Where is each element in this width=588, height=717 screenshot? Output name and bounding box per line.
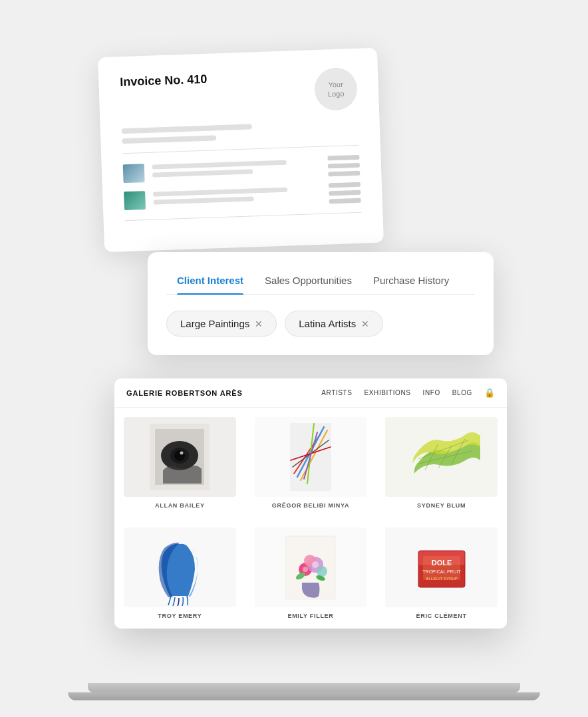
price-line-5	[329, 190, 361, 196]
invoice-divider	[122, 145, 359, 154]
tag-latina-artists-remove[interactable]: ✕	[361, 319, 369, 329]
svg-point-27	[317, 566, 327, 577]
item-line-d	[154, 196, 254, 204]
gallery-cell-2[interactable]: GRÉGOR BELIBI MINYA	[245, 408, 376, 518]
tab-client-interest[interactable]: Client Interest	[166, 268, 254, 294]
lock-icon[interactable]: 🔒	[484, 388, 495, 398]
price-line-3	[328, 171, 360, 177]
scene: Invoice No. 410 YourLogo	[61, 33, 527, 684]
gallery-cell-6[interactable]: DOLE TROPICAL FRUIT IN LIGHT SYRUP ÉRIC …	[376, 518, 507, 629]
invoice-logo: YourLogo	[314, 67, 358, 111]
invoice-items	[123, 155, 361, 211]
invoice-item-1	[123, 155, 361, 184]
invoice-thumb-1	[123, 164, 145, 183]
svg-text:IN LIGHT SYRUP: IN LIGHT SYRUP	[426, 577, 458, 581]
gallery-cell-1[interactable]: ALLAN BAILEY	[114, 408, 245, 518]
item-line-a	[152, 160, 287, 169]
invoice-lines	[122, 120, 359, 144]
gallery-cell-3[interactable]: SYDNEY BLUM	[376, 408, 507, 518]
gallery-brand: GALERIE ROBERTSON ARÈS	[126, 389, 243, 397]
tag-latina-artists[interactable]: Latina Artists ✕	[285, 311, 383, 337]
gallery-nav-blog[interactable]: BLOG	[452, 389, 472, 396]
gallery-nav: GALERIE ROBERTSON ARÈS ARTISTS EXHIBITIO…	[114, 378, 507, 408]
tabs-card: Client Interest Sales Opportunities Purc…	[148, 252, 494, 355]
invoice-item-2	[124, 182, 361, 211]
laptop-frame-base	[68, 692, 540, 700]
artwork-troy	[124, 527, 236, 607]
invoice-item-lines-1	[152, 158, 321, 180]
laptop-frame-bottom	[88, 683, 520, 692]
price-line-4	[329, 182, 361, 188]
item-line-c	[153, 187, 287, 196]
svg-point-4	[174, 450, 185, 461]
gallery-artist-3: SYDNEY BLUM	[417, 502, 466, 509]
artwork-eric: DOLE TROPICAL FRUIT IN LIGHT SYRUP	[385, 527, 498, 607]
price-line-1	[327, 155, 359, 161]
invoice-line-1	[122, 124, 252, 134]
tab-purchase-history[interactable]: Purchase History	[363, 268, 460, 294]
gallery-artist-4: TROY EMERY	[158, 613, 202, 619]
gallery-artist-5: EMILY FILLER	[287, 613, 333, 619]
gallery-nav-artists[interactable]: ARTISTS	[321, 389, 352, 396]
tag-latina-artists-label: Latina Artists	[299, 318, 356, 329]
invoice-divider-2	[125, 212, 362, 221]
price-line-6	[329, 198, 361, 204]
svg-point-5	[180, 452, 184, 455]
gallery-nav-links: ARTISTS EXHIBITIONS INFO BLOG 🔒	[321, 388, 495, 398]
artwork-sydney	[385, 417, 498, 497]
tag-large-paintings[interactable]: Large Paintings ✕	[166, 311, 277, 337]
invoice-price-1	[327, 155, 360, 177]
invoice-thumb-2	[124, 191, 146, 210]
tag-large-paintings-remove[interactable]: ✕	[255, 319, 263, 329]
item-line-b	[152, 169, 253, 177]
gallery-card: GALERIE ROBERTSON ARÈS ARTISTS EXHIBITIO…	[114, 378, 507, 629]
invoice-line-2	[122, 135, 217, 144]
invoice-item-lines-2	[153, 186, 321, 208]
svg-point-30	[312, 561, 319, 568]
gallery-nav-exhibitions[interactable]: EXHIBITIONS	[365, 389, 411, 396]
gallery-artist-2: GRÉGOR BELIBI MINYA	[272, 502, 349, 509]
tag-large-paintings-label: Large Paintings	[180, 318, 249, 329]
gallery-artist-1: ALLAN BAILEY	[155, 502, 205, 509]
gallery-artist-6: ÉRIC CLÉMENT	[416, 613, 467, 619]
artwork-emily	[255, 527, 367, 607]
tabs-header: Client Interest Sales Opportunities Purc…	[166, 268, 475, 295]
tab-sales-opportunities[interactable]: Sales Opportunities	[254, 268, 363, 294]
invoice-card: Invoice No. 410 YourLogo	[98, 48, 384, 252]
invoice-header: Invoice No. 410 YourLogo	[120, 67, 358, 118]
artwork-bailey	[124, 417, 236, 497]
svg-point-31	[303, 567, 308, 572]
artwork-gregor	[255, 417, 367, 497]
invoice-price-2	[329, 182, 361, 204]
gallery-cell-5[interactable]: EMILY FILLER	[245, 518, 376, 629]
invoice-title: Invoice No. 410	[120, 72, 208, 90]
price-line-2	[328, 163, 360, 169]
gallery-cell-4[interactable]: TROY EMERY	[114, 518, 245, 629]
tab-content: Large Paintings ✕ Latina Artists ✕	[166, 311, 475, 337]
gallery-grid: ALLAN BAILEY	[114, 408, 507, 629]
svg-text:TROPICAL FRUIT: TROPICAL FRUIT	[422, 569, 461, 574]
gallery-nav-info[interactable]: INFO	[423, 389, 440, 396]
